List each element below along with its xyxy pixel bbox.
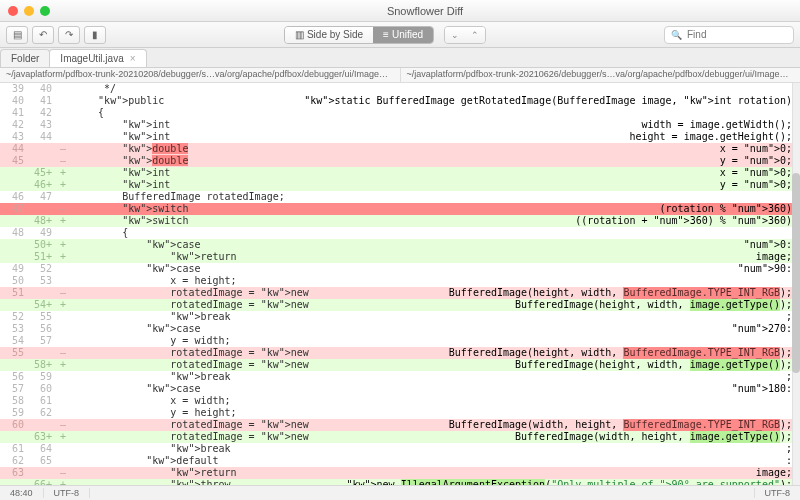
diff-row[interactable]: 5861 x = width; [0,395,792,407]
code-text: y = height; [70,407,792,419]
diff-row[interactable]: 5760 "kw">case "num">180: [0,383,792,395]
save-button[interactable]: ▤ [6,26,28,44]
right-lineno: 47 [28,191,56,203]
sidebar-toggle[interactable]: ▮ [84,26,106,44]
sidebar-icon: ▮ [92,29,98,40]
left-lineno: 53 [0,323,28,335]
left-lineno [0,299,28,311]
undo-button[interactable]: ↶ [32,26,54,44]
diff-marker [56,371,70,383]
right-lineno: 51+ [28,251,56,263]
code-text: rotatedImage = "kw">new [70,299,509,311]
view-unified[interactable]: ≡Unified [373,27,433,43]
next-diff-button[interactable]: ⌃ [465,27,485,43]
diff-row[interactable]: 63— "kw">return image; [0,467,792,479]
code-text: y = width; [70,335,792,347]
left-lineno: 48 [0,227,28,239]
diff-row[interactable]: 5457 y = width; [0,335,792,347]
code-text: */ [70,83,792,95]
diff-marker: + [56,251,70,263]
diff-row[interactable]: 46++ "kw">int y = "num">0; [0,179,792,191]
diff-row[interactable]: 51— rotatedImage = "kw">new BufferedImag… [0,287,792,299]
right-lineno: 58+ [28,359,56,371]
left-lineno [0,167,28,179]
diff-row[interactable]: 6164 "kw">break; [0,443,792,455]
view-sidebyside[interactable]: ▥Side by Side [285,27,373,43]
diff-row[interactable]: 4142 { [0,107,792,119]
scrollbar-thumb[interactable] [792,173,800,373]
left-lineno: 41 [0,107,28,119]
redo-icon: ↷ [65,29,73,40]
diff-row[interactable]: 55— rotatedImage = "kw">new BufferedImag… [0,347,792,359]
diff-row[interactable]: 4344 "kw">int height = image.getHeight()… [0,131,792,143]
diff-row[interactable]: 6265 "kw">default: [0,455,792,467]
search-input[interactable] [687,29,787,40]
diff-row[interactable]: 5962 y = height; [0,407,792,419]
diff-row[interactable]: 58++ rotatedImage = "kw">new BufferedIma… [0,359,792,371]
code-lines[interactable]: 3940 */4041 "kw">public "kw">static Buff… [0,83,792,485]
code-text: "kw">public [70,95,304,107]
scrollbar[interactable] [792,83,800,485]
right-lineno: 65 [28,455,56,467]
diff-marker: + [56,167,70,179]
diff-marker [56,383,70,395]
redo-button[interactable]: ↷ [58,26,80,44]
close-tab-icon[interactable]: × [130,53,136,64]
diff-row[interactable]: 45— "kw">double y = "num">0; [0,155,792,167]
diff-marker: — [56,347,70,359]
diff-row[interactable]: 4041 "kw">public "kw">static BufferedIma… [0,95,792,107]
diff-marker: — [56,287,70,299]
code-text: "kw">int [70,167,714,179]
diff-marker [56,191,70,203]
left-lineno: 61 [0,443,28,455]
tab-file[interactable]: ImageUtil.java× [49,49,146,67]
diff-row[interactable]: 51++ "kw">return image; [0,251,792,263]
minimize-icon[interactable] [24,6,34,16]
left-lineno: 56 [0,371,28,383]
titlebar: Snowflower Diff [0,0,800,22]
toolbar: ▤ ↶ ↷ ▮ ▥Side by Side ≡Unified ⌄ ⌃ 🔍 [0,22,800,48]
left-lineno: 62 [0,455,28,467]
right-lineno: 54+ [28,299,56,311]
zoom-icon[interactable] [40,6,50,16]
tabbar: Folder ImageUtil.java× [0,48,800,68]
prev-diff-button[interactable]: ⌄ [445,27,465,43]
close-icon[interactable] [8,6,18,16]
encoding-right: UTF-8 [754,488,801,498]
diff-marker [56,275,70,287]
left-lineno: 47 [0,203,28,215]
diff-row[interactable]: 47— "kw">switch (rotation % "num">360) [0,203,792,215]
diff-row[interactable]: 54++ rotatedImage = "kw">new BufferedIma… [0,299,792,311]
right-lineno: 48+ [28,215,56,227]
diff-row[interactable]: 44— "kw">double x = "num">0; [0,143,792,155]
right-lineno: 46+ [28,179,56,191]
diff-row[interactable]: 4849 { [0,227,792,239]
diff-row[interactable]: 63++ rotatedImage = "kw">new BufferedIma… [0,431,792,443]
diff-row[interactable]: 4647 BufferedImage rotatedImage; [0,191,792,203]
code-text: "kw">switch [70,215,569,227]
diff-row[interactable]: 5356 "kw">case "num">270: [0,323,792,335]
diff-row[interactable]: 48++ "kw">switch ((rotation + "num">360)… [0,215,792,227]
diff-row[interactable]: 66++ "kw">throw "kw">new IllegalArgument… [0,479,792,485]
right-lineno [28,467,56,479]
diff-row[interactable]: 5659 "kw">break; [0,371,792,383]
diff-row[interactable]: 45++ "kw">int x = "num">0; [0,167,792,179]
diff-row[interactable]: 4952 "kw">case "num">90: [0,263,792,275]
code-text: "kw">throw [70,479,346,485]
chevron-down-icon: ⌄ [451,30,459,40]
code-text: rotatedImage = "kw">new [70,431,509,443]
diff-row[interactable]: 4243 "kw">int width = image.getWidth(); [0,119,792,131]
left-lineno [0,179,28,191]
right-lineno: 50+ [28,239,56,251]
left-lineno: 46 [0,191,28,203]
tab-folder[interactable]: Folder [0,49,50,67]
diff-row[interactable]: 3940 */ [0,83,792,95]
diff-row[interactable]: 60— rotatedImage = "kw">new BufferedImag… [0,419,792,431]
search-field[interactable]: 🔍 [664,26,794,44]
diff-row[interactable]: 5053 x = height; [0,275,792,287]
right-lineno: 41 [28,95,56,107]
right-lineno: 45+ [28,167,56,179]
code-text: "kw">default [70,455,786,467]
diff-row[interactable]: 5255 "kw">break; [0,311,792,323]
diff-row[interactable]: 50++ "kw">case "num">0: [0,239,792,251]
